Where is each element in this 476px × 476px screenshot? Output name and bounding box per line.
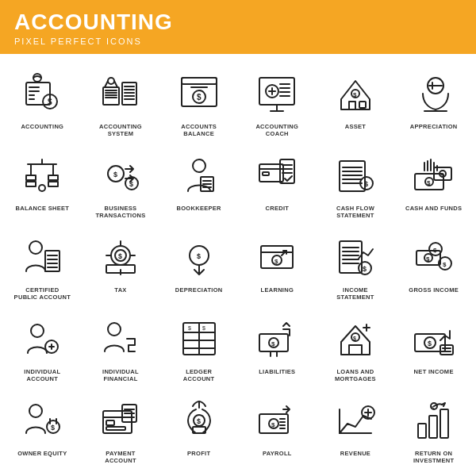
icon-label-learning: LEARNING bbox=[261, 286, 294, 294]
svg-rect-160 bbox=[106, 427, 125, 430]
icon-tax: $ bbox=[94, 230, 148, 284]
icon-cell-ledger-account: $ $ LEDGER ACCOUNT bbox=[159, 305, 238, 387]
icon-label-revenue: REVENUE bbox=[340, 450, 370, 457]
icon-cash-and-funds: $ $ bbox=[407, 148, 461, 202]
icon-cell-payroll: $ PAYROLL bbox=[238, 387, 317, 469]
svg-point-50 bbox=[39, 185, 45, 191]
svg-rect-141 bbox=[349, 345, 362, 355]
icon-appreciation bbox=[407, 67, 461, 121]
svg-text:$: $ bbox=[427, 179, 431, 186]
icon-individual-account bbox=[15, 312, 69, 366]
svg-rect-63 bbox=[280, 159, 294, 183]
icon-asset: $ bbox=[328, 67, 382, 121]
icon-balance-sheet bbox=[15, 148, 69, 202]
icon-accounting-coach bbox=[250, 67, 304, 121]
svg-rect-181 bbox=[418, 424, 426, 438]
svg-point-13 bbox=[108, 78, 114, 84]
icon-label-ledger-account: LEDGER ACCOUNT bbox=[171, 368, 228, 382]
icon-cell-owner-equity: $ OWNER EQUITY bbox=[3, 387, 82, 469]
icon-payment-account bbox=[94, 393, 148, 447]
icon-learning: $ bbox=[250, 230, 304, 284]
svg-rect-0 bbox=[26, 83, 50, 105]
svg-point-86 bbox=[29, 241, 42, 254]
svg-text:$: $ bbox=[428, 340, 432, 347]
icon-label-asset: ASSET bbox=[345, 123, 367, 130]
icon-bookkeeper bbox=[172, 148, 226, 202]
svg-rect-20 bbox=[182, 78, 217, 106]
icon-label-individual-financial: INDIVIDUAL FINANCIAL bbox=[92, 368, 149, 382]
icon-label-tax: TAX bbox=[114, 286, 126, 294]
svg-rect-87 bbox=[45, 251, 60, 271]
svg-text:$: $ bbox=[51, 424, 55, 432]
icon-label-payroll: PAYROLL bbox=[263, 450, 292, 457]
svg-point-152 bbox=[29, 405, 42, 417]
svg-rect-182 bbox=[429, 416, 437, 438]
icon-credit bbox=[250, 148, 304, 202]
svg-text:$: $ bbox=[353, 91, 357, 98]
svg-rect-21 bbox=[182, 78, 217, 84]
icon-cell-revenue: REVENUE bbox=[317, 387, 395, 469]
svg-text:$: $ bbox=[113, 171, 117, 178]
icon-cell-profit: $ PROFIT bbox=[159, 387, 238, 469]
svg-text:$: $ bbox=[274, 258, 278, 265]
icon-accounts-balance: $ bbox=[172, 67, 226, 121]
svg-text:$: $ bbox=[353, 336, 356, 342]
icon-business-transactions: $ $ bbox=[94, 148, 148, 202]
icon-label-business-transactions: BUSINESS TRANSACTIONS bbox=[92, 205, 149, 219]
icon-label-individual-account: INDIVIDUAL ACCOUNT bbox=[13, 368, 71, 382]
icon-label-payment-account: PAYMENT ACCOUNT bbox=[92, 450, 149, 464]
icon-label-profit: PROFIT bbox=[187, 450, 210, 457]
svg-text:$: $ bbox=[197, 417, 201, 425]
icon-cell-net-income: $ NET INCOME bbox=[394, 305, 473, 387]
svg-rect-62 bbox=[263, 172, 269, 175]
svg-text:$: $ bbox=[188, 325, 191, 331]
icon-label-accounting: ACCOUNTING bbox=[21, 123, 63, 130]
icon-cell-payment-account: PAYMENT ACCOUNT bbox=[82, 387, 160, 469]
icon-cell-loans-and-mortgages: $ LOANS AND MORTGAGES bbox=[317, 305, 395, 387]
icon-label-depreciation: DEPRECIATION bbox=[175, 286, 223, 294]
icon-label-accounting-coach: ACCOUNTING COACH bbox=[248, 123, 305, 137]
icon-cell-learning: $ LEARNING bbox=[238, 224, 317, 305]
icon-label-certified-public-account: CERTIFIED PUBLIC ACCOUNT bbox=[13, 286, 71, 301]
svg-text:$: $ bbox=[271, 340, 275, 347]
svg-rect-35 bbox=[359, 102, 366, 108]
icon-label-cash-and-funds: CASH AND FUNDS bbox=[405, 205, 462, 212]
icon-gross-income: $ $ $ bbox=[407, 230, 461, 284]
svg-rect-183 bbox=[440, 409, 448, 438]
icon-label-return-on-investment: RETURN ON INVESTMENT bbox=[405, 450, 463, 464]
icon-loans-and-mortgages: $ bbox=[328, 312, 382, 366]
svg-rect-49 bbox=[48, 182, 58, 186]
svg-rect-149 bbox=[440, 345, 453, 355]
svg-text:$: $ bbox=[364, 180, 368, 188]
icon-ledger-account: $ $ bbox=[172, 312, 226, 366]
header-title: ACCOUNTING bbox=[14, 10, 462, 35]
icon-certified-public-account bbox=[15, 230, 69, 284]
icon-label-accounting-system: ACCOUNTING SYSTEM bbox=[92, 123, 149, 137]
icon-cell-return-on-investment: $ RETURN ON INVESTMENT bbox=[394, 387, 473, 469]
icon-profit: $ bbox=[172, 393, 226, 447]
icon-cell-business-transactions: $ $ BUSINESS TRANSACTIONS bbox=[82, 142, 160, 224]
icon-revenue bbox=[328, 393, 382, 447]
svg-text:$: $ bbox=[440, 172, 443, 178]
icon-cell-gross-income: $ $ $ GROSS INCOME bbox=[394, 224, 473, 305]
icon-label-liabilities: LIABILITIES bbox=[259, 368, 295, 375]
svg-text:$: $ bbox=[197, 252, 201, 260]
icon-liabilities: $ bbox=[250, 312, 304, 366]
svg-text:$: $ bbox=[129, 180, 133, 188]
svg-text:$: $ bbox=[363, 265, 367, 273]
icon-label-balance-sheet: BALANCE SHEET bbox=[16, 205, 70, 212]
svg-text:$: $ bbox=[48, 98, 52, 106]
svg-text:$: $ bbox=[443, 261, 447, 268]
icon-label-loans-and-mortgages: LOANS AND MORTGAGES bbox=[327, 368, 384, 382]
svg-rect-159 bbox=[106, 420, 114, 425]
svg-rect-46 bbox=[26, 175, 36, 180]
icon-label-gross-income: GROSS INCOME bbox=[409, 286, 459, 294]
icon-label-net-income: NET INCOME bbox=[414, 368, 454, 375]
icon-cell-certified-public-account: CERTIFIED PUBLIC ACCOUNT bbox=[3, 224, 82, 305]
icon-cell-individual-financial: INDIVIDUAL FINANCIAL bbox=[82, 305, 160, 387]
icon-cell-accounting: $ ACCOUNTING bbox=[3, 60, 82, 142]
icon-cell-individual-account: INDIVIDUAL ACCOUNT bbox=[3, 305, 82, 387]
icon-net-income: $ bbox=[407, 312, 461, 366]
icon-return-on-investment: $ bbox=[407, 393, 461, 447]
icon-income-statement: $ bbox=[328, 230, 382, 284]
